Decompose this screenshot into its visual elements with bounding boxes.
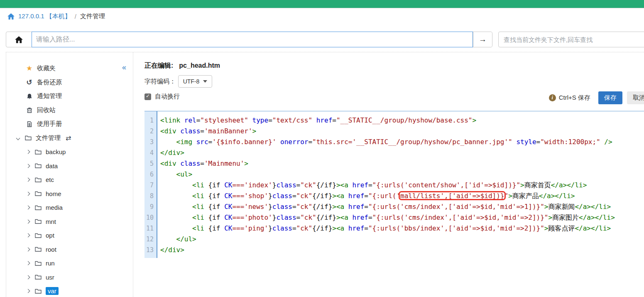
code-token: mall/lists',['aid'=>$id])} — [400, 192, 504, 200]
code-line[interactable]: <li {if CK==='photo'}class="ck"{/if}><a … — [157, 212, 615, 223]
go-home-button[interactable] — [6, 32, 32, 47]
code-line[interactable]: <link rel="stylesheet" type="text/css" h… — [157, 115, 476, 126]
code-token — [512, 138, 517, 146]
tree-item-var-selected[interactable]: var — [6, 284, 133, 297]
chevron-right-icon[interactable] — [26, 275, 30, 279]
tree-item-root[interactable]: root — [6, 243, 133, 257]
code-token: ==='shop' — [232, 192, 268, 200]
save-button[interactable]: 保存 — [598, 91, 622, 104]
code-line[interactable]: <ul> — [157, 169, 192, 180]
tree-item-home[interactable]: home — [6, 187, 133, 201]
code-token: {if — [204, 203, 224, 211]
code-line[interactable]: <li {if CK==='ping'}class="ck"{/if}><a h… — [157, 223, 611, 234]
code-token: = — [332, 116, 336, 124]
chevron-right-icon[interactable] — [26, 247, 30, 251]
sidebar-item-notifications[interactable]: 通知管理 — [6, 89, 133, 103]
code-token: "ck" — [300, 214, 316, 221]
code-token: "{:url(' — [368, 192, 400, 200]
tree-item-usr[interactable]: usr — [6, 270, 133, 285]
code-token: type — [252, 116, 269, 124]
line-number: 1 — [144, 115, 157, 126]
code-line-row: 5<div class='Mainmenu'> — [144, 158, 644, 169]
chevron-right-icon[interactable] — [26, 233, 30, 238]
home-icon[interactable] — [7, 13, 15, 20]
chevron-right-icon[interactable] — [26, 261, 30, 265]
code-token: src — [196, 138, 208, 146]
folder-icon — [34, 149, 42, 155]
tree-item-etc[interactable]: etc — [6, 173, 133, 187]
code-token: rel — [184, 116, 196, 124]
sidebar: « ★ 收藏夹 ↺ 备份还原 通知管理 回收站 使用手册 — [6, 52, 133, 297]
code-line[interactable]: <div class='Mainmenu'> — [157, 158, 248, 169]
code-token: {if — [204, 181, 224, 189]
tree-item-data[interactable]: data — [6, 159, 133, 173]
code-line[interactable]: <li {if CK==='index'}class="ck"{/if}><a … — [157, 180, 587, 191]
code-token: CK — [224, 181, 232, 189]
path-input[interactable] — [32, 32, 473, 47]
folder-icon — [34, 274, 42, 280]
chevron-right-icon[interactable] — [26, 206, 30, 210]
tree-item-backup[interactable]: backup — [6, 145, 133, 159]
tree-item-mnt[interactable]: mnt — [6, 215, 133, 229]
sidebar-item-file-manager[interactable]: 文件管理 ⇄ — [6, 131, 133, 145]
chevron-right-icon[interactable] — [26, 150, 30, 154]
code-token: = — [292, 224, 296, 232]
sidebar-item-recycle-bin[interactable]: 回收站 — [6, 103, 133, 118]
code-token: } — [272, 214, 277, 221]
file-search-input[interactable] — [498, 32, 644, 47]
collapse-sidebar-icon[interactable]: « — [122, 63, 126, 72]
code-line[interactable]: <li {if CK==='news'}class="ck"{/if}><a h… — [157, 201, 611, 212]
code-line[interactable]: <div class='mainBanner'> — [157, 126, 256, 137]
code-token: href — [352, 181, 368, 189]
code-line-row: 11 <li {if CK==='ping'}class="ck"{/if}><… — [144, 223, 644, 234]
code-editor[interactable]: 1<link rel="stylesheet" type="text/css" … — [144, 111, 644, 258]
line-number: 8 — [144, 191, 157, 201]
code-token: 商家新闻 — [548, 203, 575, 211]
code-token: "{:urls('bbs/index',['aid'=>$id,'mid'=>2… — [368, 224, 544, 232]
code-line[interactable]: </div> — [157, 245, 184, 255]
encoding-select[interactable]: UTF-8 — [178, 75, 212, 88]
word-wrap-toggle[interactable]: 自动换行 — [144, 93, 180, 101]
path-bar: → — [6, 32, 492, 47]
sidebar-item-label: 使用手册 — [37, 120, 62, 128]
code-token — [344, 203, 348, 211]
tree-item-opt[interactable]: opt — [6, 228, 133, 243]
sidebar-item-backup-restore[interactable]: ↺ 备份还原 — [6, 76, 133, 90]
chevron-down-icon[interactable] — [16, 136, 20, 140]
code-token: > — [548, 214, 552, 221]
sidebar-item-favorites[interactable]: ★ 收藏夹 — [6, 61, 133, 76]
cancel-button[interactable]: 取消 — [627, 91, 644, 104]
chevron-right-icon[interactable] — [26, 191, 30, 196]
code-token: ==='ping' — [232, 224, 268, 232]
sidebar-item-manual[interactable]: 使用手册 — [6, 117, 133, 131]
breadcrumb-host-link[interactable]: 127.0.0.1 【本机】 — [18, 12, 71, 20]
chevron-right-icon[interactable] — [26, 219, 30, 223]
code-token: style — [516, 138, 536, 146]
code-token: = — [364, 203, 368, 211]
code-token: = — [308, 138, 312, 146]
code-line[interactable]: <img src='{$info.banner}' onerror="this.… — [157, 137, 612, 147]
go-path-button[interactable]: → — [473, 32, 492, 47]
code-token: </a></li> — [551, 181, 587, 189]
code-line[interactable]: <li {if CK==='shop'}class="ck"{/if}><a h… — [157, 191, 575, 201]
swap-icon[interactable]: ⇄ — [66, 134, 71, 142]
code-token: href — [348, 203, 365, 211]
code-token — [160, 214, 192, 221]
chevron-right-icon[interactable] — [26, 289, 30, 293]
code-token: 'Mainmenu' — [204, 160, 244, 167]
trash-icon — [26, 107, 33, 113]
code-line[interactable]: </ul> — [157, 234, 196, 245]
breadcrumb-current-page: 文件管理 — [80, 12, 105, 20]
line-number: 3 — [144, 137, 157, 147]
code-line[interactable]: </div> — [157, 147, 184, 158]
code-token: 商家产品 — [512, 192, 539, 200]
checkbox-checked-icon[interactable] — [144, 93, 151, 100]
chevron-right-icon[interactable] — [26, 178, 30, 182]
tree-item-media[interactable]: media — [6, 201, 133, 215]
code-token: = — [296, 214, 301, 221]
tree-item-label: var — [46, 287, 59, 295]
chevron-right-icon[interactable] — [26, 164, 30, 168]
line-number: 13 — [144, 245, 157, 255]
code-token: "{:urls('cms/index',['aid'=>$id,'mid'=>2… — [372, 214, 549, 221]
tree-item-run[interactable]: run — [6, 256, 133, 270]
